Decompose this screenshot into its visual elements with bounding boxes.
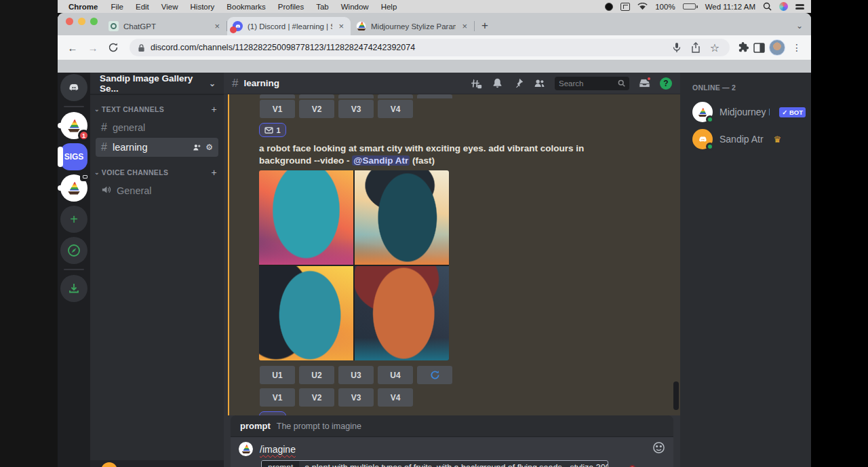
notifications-bell-icon[interactable] xyxy=(492,77,503,89)
url-text[interactable]: discord.com/channels/1128282250098778123… xyxy=(151,43,665,52)
server-header[interactable]: Sandip Image Gallery Se... ⌄ xyxy=(90,73,224,94)
prompt-field-value[interactable]: a plant with multiple types of fruits, w… xyxy=(299,463,608,467)
server-sailboat2-button[interactable] xyxy=(60,174,87,202)
new-tab-button[interactable]: + xyxy=(475,19,495,35)
mic-icon[interactable] xyxy=(670,42,684,53)
category-voice-channels[interactable]: ⌄ VOICE CHANNELS + xyxy=(90,157,224,181)
menu-profiles[interactable]: Profiles xyxy=(278,3,304,11)
inbox-icon[interactable] xyxy=(639,77,650,89)
menu-bookmarks[interactable]: Bookmarks xyxy=(226,3,266,11)
control-center-icon[interactable] xyxy=(795,4,804,10)
envelope-reaction[interactable]: 1 xyxy=(259,123,286,137)
chat-scrollbar[interactable] xyxy=(673,381,679,410)
v3-button[interactable]: V3 xyxy=(338,388,374,407)
wifi-icon[interactable] xyxy=(637,3,648,10)
u1-button[interactable]: U1 xyxy=(260,366,295,384)
category-text-channels[interactable]: ⌄ TEXT CHANNELS + xyxy=(90,94,224,117)
server-name: Sandip Image Gallery Se... xyxy=(100,73,209,94)
bookmark-star-icon[interactable]: ☆ xyxy=(708,41,722,54)
sidebar-item-learning[interactable]: # learning ⚙ xyxy=(96,138,218,157)
lock-icon xyxy=(138,43,145,52)
zoom-window-button[interactable] xyxy=(90,18,98,25)
prompt-option-field[interactable]: prompt a plant with multiple types of fr… xyxy=(261,460,608,467)
reroll-button[interactable] xyxy=(417,366,452,384)
forward-button[interactable]: → xyxy=(85,42,101,54)
pinned-messages-icon[interactable] xyxy=(513,77,524,89)
record-status-icon[interactable] xyxy=(605,3,613,11)
member-row-midjourney-bot[interactable]: Midjourney Bot ✓ BOT xyxy=(692,98,806,126)
v4-button[interactable]: V4 xyxy=(378,100,413,118)
screenshot-stage: Chrome File Edit View History Bookmarks … xyxy=(0,0,868,467)
minimize-window-button[interactable] xyxy=(78,18,85,25)
close-window-button[interactable] xyxy=(66,18,73,25)
member-list-icon[interactable] xyxy=(534,77,545,89)
tab-search-chevron-icon[interactable]: ⌄ xyxy=(796,21,803,31)
chrome-profile-avatar[interactable] xyxy=(769,39,785,56)
menu-edit[interactable]: Edit xyxy=(136,3,149,11)
u4-button[interactable]: U4 xyxy=(378,366,413,384)
member-row-sandip-atr[interactable]: Sandip Atr ♛ xyxy=(692,126,806,153)
discord-home-button[interactable] xyxy=(60,74,87,101)
user-avatar[interactable] xyxy=(101,462,117,467)
search-input[interactable] xyxy=(559,79,615,88)
threads-icon[interactable] xyxy=(471,77,482,89)
channel-header: # learning xyxy=(224,73,680,94)
v2-button[interactable]: V2 xyxy=(299,100,334,118)
chrome-menu-button[interactable]: ⋮ xyxy=(789,42,804,53)
address-bar[interactable]: discord.com/channels/1128282250098778123… xyxy=(130,39,730,56)
tab-chatgpt[interactable]: ChatGPT × xyxy=(103,17,226,35)
side-panel-icon[interactable] xyxy=(753,43,765,53)
v2-button[interactable]: V2 xyxy=(299,388,334,407)
v1-button[interactable]: V1 xyxy=(260,388,295,407)
menubar-clock[interactable]: Wed 11:12 AM xyxy=(705,3,755,11)
server-owner-crown-icon: ♛ xyxy=(774,134,782,145)
menu-window[interactable]: Window xyxy=(341,3,369,11)
v1-button[interactable]: V1 xyxy=(260,100,295,118)
siri-icon[interactable] xyxy=(779,2,788,11)
close-tab-icon[interactable]: × xyxy=(337,22,345,31)
create-channel-button[interactable]: + xyxy=(212,104,218,115)
menu-file[interactable]: File xyxy=(111,3,123,11)
menu-history[interactable]: History xyxy=(191,3,215,11)
emoji-picker-button[interactable] xyxy=(652,441,665,457)
channel-settings-gear-icon[interactable]: ⚙ xyxy=(205,143,213,152)
u3-button[interactable]: U3 xyxy=(338,366,374,384)
midjourney-image-grid[interactable] xyxy=(259,170,449,360)
add-server-button[interactable]: + xyxy=(60,206,87,233)
menu-tab[interactable]: Tab xyxy=(316,3,329,11)
invite-people-icon[interactable] xyxy=(193,143,201,152)
create-channel-button[interactable]: + xyxy=(212,167,218,178)
menubar-app-name[interactable]: Chrome xyxy=(68,3,98,11)
close-tab-icon[interactable]: × xyxy=(213,22,221,31)
envelope-reaction[interactable]: 1 xyxy=(259,411,286,415)
u2-button[interactable]: U2 xyxy=(299,366,334,384)
back-button[interactable]: ← xyxy=(64,42,81,54)
search-box[interactable] xyxy=(555,77,629,90)
message-composer[interactable]: /imagine prompt a plant with multiple ty… xyxy=(231,437,673,467)
menu-view[interactable]: View xyxy=(161,3,178,11)
server-midjourney-button[interactable]: 1 xyxy=(60,112,87,139)
sidebar-item-general[interactable]: # general xyxy=(96,118,218,137)
v4-button[interactable]: V4 xyxy=(378,388,413,407)
extensions-icon[interactable] xyxy=(738,42,749,54)
server-rail: 1 SIGS + xyxy=(58,73,90,467)
download-apps-button[interactable] xyxy=(60,275,87,302)
chatgpt-favicon xyxy=(108,21,119,31)
grammarly-indicator xyxy=(629,465,635,467)
v3-button[interactable]: V3 xyxy=(338,100,374,118)
sidebar-item-voice-general[interactable]: General xyxy=(96,181,218,200)
server-sigs-button[interactable]: SIGS xyxy=(60,143,87,170)
share-icon[interactable] xyxy=(689,42,703,53)
close-tab-icon[interactable]: × xyxy=(460,22,469,31)
help-button[interactable]: ? xyxy=(660,77,672,90)
spotlight-search-icon[interactable] xyxy=(763,2,772,11)
window-controls xyxy=(64,13,103,35)
menu-help[interactable]: Help xyxy=(381,3,397,11)
user-mention[interactable]: @Sandip Atr xyxy=(352,155,410,166)
input-source-icon[interactable] xyxy=(620,3,630,11)
tab-discord[interactable]: (1) Discord | #learning | Sandi × xyxy=(227,17,351,35)
tab-midjourney[interactable]: Midjourney Stylize Parameter × xyxy=(351,17,474,35)
slash-command-text[interactable]: /imagine xyxy=(260,444,296,455)
explore-servers-button[interactable] xyxy=(60,237,87,264)
reload-button[interactable] xyxy=(105,42,121,53)
